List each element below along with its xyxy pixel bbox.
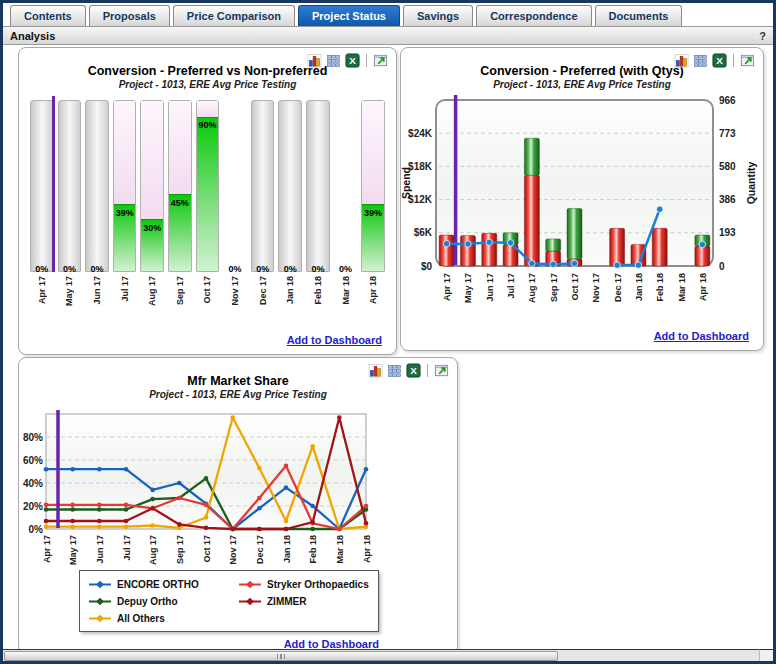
month-bar-slot: 0% [334, 100, 358, 272]
panel-mfr-market-share: X Mfr Market Share Project - 1013, ERE A… [18, 357, 458, 655]
excel-export-icon[interactable]: X [406, 363, 421, 378]
svg-text:May 17: May 17 [463, 273, 473, 303]
panel-toolbar: X [674, 53, 755, 68]
x-axis-label: May 17 [64, 276, 74, 306]
chart-view-icon[interactable] [674, 53, 689, 68]
bar-track [361, 100, 385, 272]
bar-track [168, 100, 192, 272]
svg-text:Jan 18: Jan 18 [282, 535, 292, 563]
svg-text:X: X [349, 55, 356, 66]
tab-savings[interactable]: Savings [403, 5, 473, 26]
bar-value-label: 39% [359, 208, 387, 218]
panel-toolbar: X [307, 53, 388, 68]
legend-marker-icon [239, 580, 261, 589]
bar-track [306, 100, 330, 272]
svg-text:Jan 18: Jan 18 [634, 273, 644, 301]
chart-view-icon[interactable] [368, 363, 383, 378]
bar-value-label: 30% [138, 223, 166, 233]
x-axis-label: Nov 17 [230, 276, 240, 306]
table-view-icon[interactable] [326, 53, 341, 68]
analysis-header: Analysis ? [3, 26, 773, 45]
tab-price-comparison[interactable]: Price Comparison [173, 5, 295, 26]
x-axis-label: Mar 18 [341, 276, 351, 305]
svg-text:Jul 17: Jul 17 [122, 535, 132, 561]
svg-text:Apr 18: Apr 18 [698, 273, 708, 301]
scrollbar-grip-icon [277, 654, 286, 659]
excel-export-icon[interactable]: X [345, 53, 360, 68]
svg-text:773: 773 [719, 128, 736, 139]
bar-value-label: 0% [332, 264, 360, 274]
x-axis-label: Jun 17 [92, 276, 102, 305]
bar-value-label: 90% [194, 120, 222, 130]
svg-text:Apr 17: Apr 17 [42, 535, 52, 563]
tab-documents[interactable]: Documents [595, 5, 683, 26]
svg-text:Spend: Spend [401, 167, 412, 199]
svg-text:Apr 17: Apr 17 [442, 273, 452, 301]
open-in-window-icon[interactable] [434, 363, 449, 378]
month-bar-slot: 0% [58, 100, 82, 272]
scrollbar-thumb[interactable] [4, 651, 558, 661]
bar-value-label: 0% [221, 264, 249, 274]
svg-text:Mar 18: Mar 18 [335, 535, 345, 564]
analysis-content: X Conversion - Preferred vs Non-preferre… [3, 45, 773, 654]
table-view-icon[interactable] [693, 53, 708, 68]
chart-view-icon[interactable] [307, 53, 322, 68]
svg-text:Quantity: Quantity [745, 162, 757, 205]
legend-marker-icon [89, 597, 111, 606]
toolbar-separator [427, 364, 428, 377]
scrollbar-corner [759, 649, 773, 661]
svg-text:0: 0 [719, 261, 725, 272]
svg-text:80%: 80% [23, 432, 43, 443]
x-axis-label: Apr 18 [368, 276, 378, 304]
add-to-dashboard-link[interactable]: Add to Dashboard [287, 334, 382, 346]
legend-item: ENCORE ORTHO [89, 576, 239, 592]
month-bar-slot: 30% [140, 100, 164, 272]
project-status-page: ContentsProposalsPrice ComparisonProject… [0, 0, 776, 664]
bar-value-label: 0% [83, 264, 111, 274]
svg-text:Mar 18: Mar 18 [677, 273, 687, 302]
svg-text:Oct 17: Oct 17 [570, 273, 580, 301]
svg-text:X: X [410, 365, 417, 376]
bar-track [58, 100, 82, 272]
svg-text:Jun 17: Jun 17 [95, 535, 105, 564]
toolbar-separator [366, 54, 367, 67]
tab-contents[interactable]: Contents [10, 5, 86, 26]
open-in-window-icon[interactable] [740, 53, 755, 68]
svg-text:Aug 17: Aug 17 [527, 273, 537, 303]
bar-value-label: 0% [276, 264, 304, 274]
date-marker-line [52, 96, 55, 272]
toolbar-separator [733, 54, 734, 67]
svg-text:Jul 17: Jul 17 [506, 273, 516, 299]
add-to-dashboard-link[interactable]: Add to Dashboard [654, 330, 749, 342]
table-view-icon[interactable] [387, 363, 402, 378]
svg-text:40%: 40% [23, 478, 43, 489]
svg-text:966: 966 [719, 95, 736, 106]
tab-proposals[interactable]: Proposals [89, 5, 170, 26]
panel-conversion-preferred-vs-nonpreferred: X Conversion - Preferred vs Non-preferre… [18, 47, 397, 355]
svg-text:Nov 17: Nov 17 [228, 535, 238, 565]
chart-subtitle: Project - 1013, ERE Avg Price Testing [401, 79, 763, 90]
svg-text:Jun 17: Jun 17 [485, 273, 495, 302]
x-axis-label: Jul 17 [120, 276, 130, 302]
x-axis-label: Sep 17 [175, 276, 185, 305]
spend-quantity-chart: $0$6K$12K$18K$24K0193386580773966SpendQu… [401, 92, 763, 326]
conversion-bar-plot: 0%0%0%39%30%45%90%0%0%0%0%0%39% [28, 100, 387, 272]
svg-text:Sep 17: Sep 17 [175, 535, 185, 564]
panel-conversion-preferred-with-qtys: X Conversion - Preferred (with Qtys) Pro… [400, 47, 764, 351]
month-bar-slot: 0% [278, 100, 302, 272]
open-in-window-icon[interactable] [373, 53, 388, 68]
bar-track [85, 100, 109, 272]
svg-text:60%: 60% [23, 455, 43, 466]
help-icon[interactable]: ? [759, 30, 766, 42]
x-axis-label: Jan 18 [285, 276, 295, 304]
chart-subtitle: Project - 1013, ERE Avg Price Testing [19, 389, 457, 400]
month-bar-slot: 45% [168, 100, 192, 272]
bar-value-label: 45% [166, 198, 194, 208]
horizontal-scrollbar[interactable] [3, 649, 760, 661]
conversion-fill [197, 117, 219, 271]
analysis-title: Analysis [10, 30, 55, 42]
chart-subtitle: Project - 1013, ERE Avg Price Testing [19, 79, 396, 90]
excel-export-icon[interactable]: X [712, 53, 727, 68]
tab-correspondence[interactable]: Correspondence [476, 5, 591, 26]
tab-project-status[interactable]: Project Status [298, 5, 400, 26]
